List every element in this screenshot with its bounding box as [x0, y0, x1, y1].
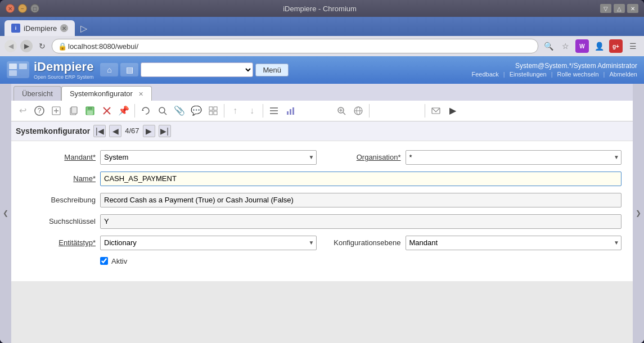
konfigurationsebene-select[interactable]: Mandant: [406, 236, 622, 250]
app-content: iDempiere Open Source ERP System ⌂ ▤ Men…: [0, 56, 644, 343]
toolbar-separator-3: [263, 104, 263, 118]
home-icon[interactable]: ⌂: [100, 63, 118, 76]
extension-1[interactable]: W: [575, 39, 589, 53]
nav-next-button[interactable]: ▶: [143, 125, 155, 137]
toolbar-separator-4: [369, 104, 370, 118]
close-icon[interactable]: ✕: [627, 4, 638, 13]
window-title: iDempiere - Chromium: [39, 4, 600, 13]
reload-button[interactable]: ↻: [36, 40, 48, 52]
forward-button[interactable]: ▶: [20, 40, 33, 52]
spacer-btn-5: [406, 103, 422, 119]
toolbar-separator-1: [134, 104, 135, 118]
toolbar-separator-5: [425, 104, 425, 118]
chat-button[interactable]: 💬: [188, 103, 204, 119]
chart-button[interactable]: [283, 103, 299, 119]
grid-button[interactable]: [205, 103, 221, 119]
svg-rect-19: [214, 107, 217, 110]
tab-systemkonfigurator[interactable]: Systemkonfigurator ✕: [61, 86, 152, 101]
suchschluessel-input[interactable]: [100, 214, 622, 229]
svg-rect-2: [9, 70, 17, 76]
zoom-button[interactable]: [334, 103, 349, 119]
svg-text:?: ?: [38, 107, 42, 115]
svg-line-17: [164, 112, 166, 115]
globe-button[interactable]: [350, 103, 366, 119]
restore-icon[interactable]: △: [614, 4, 625, 13]
nav-first-button[interactable]: |◀: [93, 125, 106, 137]
browser-tab[interactable]: i iDempiere ✕: [4, 20, 75, 36]
new-tab-button[interactable]: ▷: [75, 21, 93, 36]
title-bar: ✕ − □ iDempiere - Chromium ▽ △ ✕: [0, 0, 644, 17]
svg-rect-21: [214, 111, 217, 115]
toolbar-separator-2: [224, 104, 224, 118]
email-button[interactable]: [428, 103, 444, 119]
bookmark-icon[interactable]: ☆: [559, 39, 572, 53]
new-record-button[interactable]: [48, 103, 64, 119]
sidebar-toggle-left[interactable]: ❮: [0, 84, 11, 343]
undo-button[interactable]: ↩: [15, 103, 30, 119]
entitaetstyp-select[interactable]: Dictionary: [100, 236, 317, 250]
mandant-select[interactable]: System: [100, 150, 317, 165]
beschreibung-label: Beschreibung: [22, 196, 96, 204]
feedback-link[interactable]: Feedback: [472, 71, 499, 78]
close-button[interactable]: ✕: [6, 4, 15, 13]
minimize-button[interactable]: −: [18, 4, 27, 13]
run-button[interactable]: ▶: [445, 103, 461, 119]
search-button[interactable]: [155, 103, 170, 119]
spacer-btn-3: [372, 103, 388, 119]
nav-prev-button[interactable]: ◀: [109, 125, 121, 137]
profile-icon[interactable]: 👤: [592, 39, 606, 53]
svg-rect-20: [209, 111, 213, 115]
menu-button[interactable]: Menü: [255, 64, 289, 76]
folder-icon[interactable]: ▤: [120, 63, 138, 76]
tab-overview[interactable]: Übersicht: [13, 86, 61, 101]
down-button[interactable]: ↓: [244, 103, 260, 119]
aktiv-wrapper: Aktiv: [100, 257, 127, 265]
tab-close-x[interactable]: ✕: [138, 91, 143, 97]
refresh-button[interactable]: [138, 103, 154, 119]
svg-rect-12: [87, 111, 93, 115]
organisation-label: Organisation*: [328, 153, 401, 161]
svg-rect-18: [209, 107, 213, 110]
aktiv-label: Aktiv: [111, 257, 127, 265]
settings-link[interactable]: Einstellungen: [510, 71, 547, 78]
save-button[interactable]: [82, 103, 98, 119]
name-input[interactable]: [100, 172, 622, 186]
row-aktiv: Aktiv: [22, 257, 622, 265]
extension-2[interactable]: g+: [609, 39, 623, 53]
back-button[interactable]: ◀: [4, 40, 17, 52]
attach-button[interactable]: 📎: [172, 103, 187, 119]
row-entitaetstyp-konfiguration: Entitätstyp* Dictionary ▼ Konfigurations…: [22, 236, 622, 250]
switch-role-link[interactable]: Rolle wechseln: [557, 71, 599, 78]
title-right-buttons: ▽ △ ✕: [600, 4, 638, 13]
content-area: Übersicht Systemkonfigurator ✕ ↩ ?: [11, 84, 633, 343]
tab-bar: i iDempiere ✕ ▷: [0, 17, 644, 36]
detail-button[interactable]: [266, 103, 282, 119]
zoom-icon[interactable]: 🔍: [542, 39, 555, 53]
minimize-icon[interactable]: ▽: [600, 4, 611, 13]
konfigurationsebene-label: Konfigurationsebene: [328, 238, 401, 247]
svg-rect-26: [290, 109, 291, 115]
user-name: System@System.*/System Administrator: [472, 62, 637, 70]
entitaetstyp-label: Entitätstyp*: [22, 238, 96, 247]
maximize-button[interactable]: □: [30, 4, 39, 13]
pin-button[interactable]: 📌: [116, 103, 132, 119]
organisation-select[interactable]: *: [406, 150, 622, 165]
menu-select[interactable]: [141, 62, 253, 77]
svg-rect-23: [270, 110, 278, 111]
row-suchschluessel: Suchschlüssel: [22, 214, 622, 229]
tab-close-button[interactable]: ✕: [60, 24, 68, 32]
name-label: Name*: [22, 174, 96, 183]
aktiv-checkbox[interactable]: [100, 257, 108, 265]
help-button[interactable]: ?: [31, 103, 47, 119]
up-button[interactable]: ↑: [227, 103, 243, 119]
menu-icon[interactable]: ☰: [626, 39, 640, 53]
toolbar: ↩ ? 📌: [11, 101, 633, 121]
beschreibung-input[interactable]: [100, 193, 622, 207]
url-bar[interactable]: 🔒 localhost:8080/webui/: [52, 39, 538, 53]
logout-link[interactable]: Abmelden: [609, 71, 637, 78]
delete-button[interactable]: [99, 103, 115, 119]
svg-rect-11: [88, 107, 92, 110]
nav-last-button[interactable]: ▶|: [159, 125, 171, 137]
sidebar-toggle-right[interactable]: ❯: [633, 84, 644, 343]
copy-button[interactable]: [65, 103, 81, 119]
